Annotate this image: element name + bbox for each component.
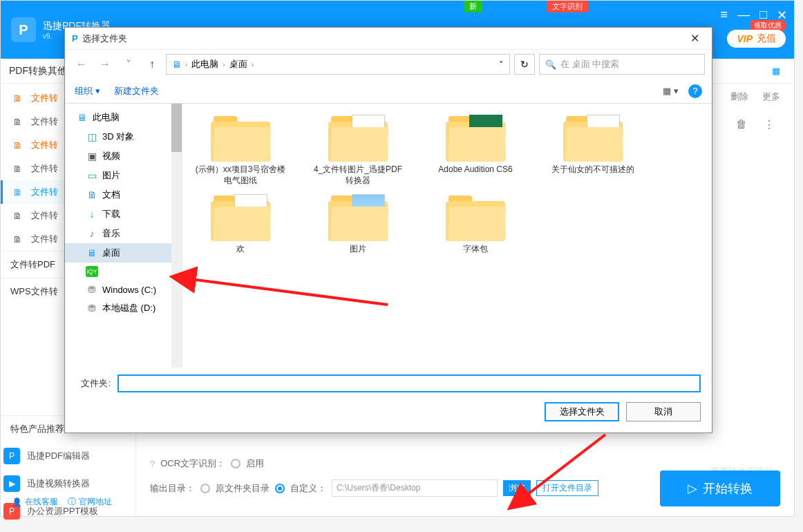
- tree-iqiyi[interactable]: iQY: [65, 263, 182, 281]
- crumb-0[interactable]: 此电脑: [191, 58, 218, 70]
- doc-icon: 🗎: [12, 234, 23, 245]
- vip-label: VIP: [737, 33, 753, 44]
- logo-icon: P: [11, 17, 36, 42]
- tree-video[interactable]: ▣视频: [65, 146, 182, 166]
- promo-icon: ▶: [3, 475, 20, 492]
- folder-item[interactable]: (示例）xx项目3号宿舍楼电气图纸: [192, 113, 289, 186]
- promo-item-0[interactable]: P迅捷PDF编辑器: [1, 442, 135, 470]
- back-button[interactable]: ←: [72, 55, 91, 74]
- doc-icon: 🗎: [12, 116, 23, 127]
- scrollbar-thumb[interactable]: [171, 104, 182, 152]
- vip-button[interactable]: VIP 充值: [727, 30, 786, 48]
- folder-item[interactable]: 图片: [310, 193, 406, 255]
- vip-action: 充值: [757, 32, 776, 45]
- opt-same: 原文件夹目录: [216, 482, 270, 495]
- iqiyi-icon: iQY: [86, 266, 98, 277]
- badge-new: 新: [464, 1, 482, 12]
- path-input[interactable]: C:\Users\香香\Desktop: [332, 479, 498, 497]
- dialog-title-bar: P 选择文件夹 ✕: [65, 28, 712, 50]
- cancel-button[interactable]: 取消: [626, 402, 701, 421]
- folder-item[interactable]: 欢: [192, 193, 289, 255]
- up-button[interactable]: ↑: [142, 55, 162, 74]
- folder-icon: [444, 113, 507, 162]
- view-mode-button[interactable]: ▦ ▾: [663, 86, 679, 96]
- recent-dropdown[interactable]: ˅: [119, 55, 138, 74]
- folder-icon: [444, 193, 507, 241]
- promo-icon: P: [3, 448, 20, 464]
- doc-icon: 🗎: [86, 189, 98, 200]
- help-icon[interactable]: ?: [150, 459, 155, 469]
- disk-icon: ⛃: [86, 303, 98, 314]
- badge-ocr: 文字识别: [547, 1, 588, 12]
- radio-same-dir[interactable]: [200, 484, 210, 493]
- breadcrumb[interactable]: 🖥 › 此电脑 › 桌面 › ˅: [166, 54, 510, 75]
- help-button[interactable]: ?: [688, 84, 702, 98]
- promo-item-1[interactable]: ▶迅捷视频转换器: [1, 470, 135, 497]
- folder-item[interactable]: 关于仙女的不可描述的: [545, 113, 641, 186]
- folder-icon: [209, 193, 272, 241]
- folder-item[interactable]: 字体包: [427, 193, 524, 255]
- folder-field-label: 文件夹:: [76, 377, 111, 390]
- play-icon: ▷: [688, 481, 697, 496]
- folder-item[interactable]: Adobe Audition CS6: [427, 113, 524, 186]
- tree-download[interactable]: ↓下载: [65, 205, 182, 224]
- doc-icon: 🗎: [12, 93, 23, 104]
- pc-icon: 🖥: [172, 59, 181, 70]
- chevron-down-icon: ▾: [95, 86, 100, 96]
- category-title: PDF转换其他: [9, 65, 67, 77]
- service-link[interactable]: 👤 在线客服: [12, 496, 58, 508]
- folder-item[interactable]: 4_文件转图片_迅捷PDF转换器: [310, 113, 406, 186]
- ocr-radio[interactable]: [231, 459, 240, 468]
- image-icon: ▭: [86, 170, 98, 181]
- minimize-icon[interactable]: —: [737, 8, 750, 23]
- dialog-close-button[interactable]: ✕: [685, 29, 705, 48]
- folder-icon: [327, 113, 389, 162]
- app-icon: P: [72, 33, 78, 44]
- chevron-icon: ›: [252, 61, 254, 68]
- tree-disk-c[interactable]: ⛃Windows (C:): [65, 281, 182, 298]
- radio-custom-dir[interactable]: [275, 484, 285, 493]
- opt-custom: 自定义：: [290, 482, 326, 495]
- dropdown-icon[interactable]: ˅: [499, 59, 504, 70]
- folder-icon: [327, 193, 389, 241]
- refresh-button[interactable]: ↻: [514, 54, 535, 75]
- folder-picker-dialog: P 选择文件夹 ✕ ← → ˅ ↑ 🖥 › 此电脑 › 桌面 › ˅ ↻ 🔍 在…: [64, 27, 712, 433]
- folder-icon: [562, 113, 624, 162]
- ocr-enable: 启用: [246, 457, 264, 470]
- cube-icon: ◫: [86, 131, 98, 142]
- folder-tree: 🖥此电脑 ◫3D 对象 ▣视频 ▭图片 🗎文档 ↓下载 ♪音乐 🖥桌面 iQY …: [65, 104, 182, 368]
- forward-button[interactable]: →: [95, 55, 115, 74]
- tree-disk-d[interactable]: ⛃本地磁盘 (D:): [65, 298, 182, 318]
- folder-name-input[interactable]: [117, 374, 701, 392]
- pc-icon: 🖥: [76, 112, 88, 123]
- folder-icon: [209, 113, 272, 162]
- search-icon: 🔍: [545, 59, 556, 70]
- select-folder-button[interactable]: 选择文件夹: [545, 402, 619, 421]
- desktop-icon: 🖥: [86, 247, 98, 258]
- search-input[interactable]: 🔍 在 桌面 中搜索: [539, 54, 705, 75]
- tree-3d[interactable]: ◫3D 对象: [65, 127, 182, 146]
- watermark: 西西软件下载站 www.xz7.com: [710, 466, 773, 488]
- site-link[interactable]: ⓘ 官网地址: [68, 496, 112, 508]
- footer-links: 👤 在线客服 ⓘ 官网地址: [12, 496, 112, 508]
- tree-scrollbar[interactable]: [171, 104, 182, 368]
- dialog-toolbar: 组织 ▾ 新建文件夹 ▦ ▾ ?: [65, 79, 712, 104]
- crumb-1[interactable]: 桌面: [229, 58, 247, 70]
- grid-icon[interactable]: ▦: [772, 66, 780, 76]
- open-dir-button[interactable]: 打开文件目录: [536, 480, 598, 496]
- menu-icon[interactable]: ≡: [721, 8, 728, 23]
- music-icon: ♪: [86, 228, 98, 239]
- doc-icon: 🗎: [12, 140, 23, 151]
- tree-music[interactable]: ♪音乐: [65, 224, 182, 243]
- app-window: P 迅捷PDF转换器 v9. 新 文字识别 ≡ — □ ✕ 领取优惠 VIP 充…: [0, 0, 795, 517]
- browse-button[interactable]: 浏览: [503, 480, 531, 496]
- ocr-label: OCR文字识别：: [160, 457, 225, 470]
- organize-button[interactable]: 组织 ▾: [75, 85, 100, 97]
- tree-image[interactable]: ▭图片: [65, 166, 182, 185]
- doc-icon: 🗎: [12, 187, 23, 198]
- tree-doc[interactable]: 🗎文档: [65, 185, 182, 205]
- new-folder-button[interactable]: 新建文件夹: [114, 85, 159, 97]
- tree-this-pc[interactable]: 🖥此电脑: [65, 108, 182, 127]
- video-icon: ▣: [86, 151, 98, 162]
- tree-desktop[interactable]: 🖥桌面: [65, 243, 182, 263]
